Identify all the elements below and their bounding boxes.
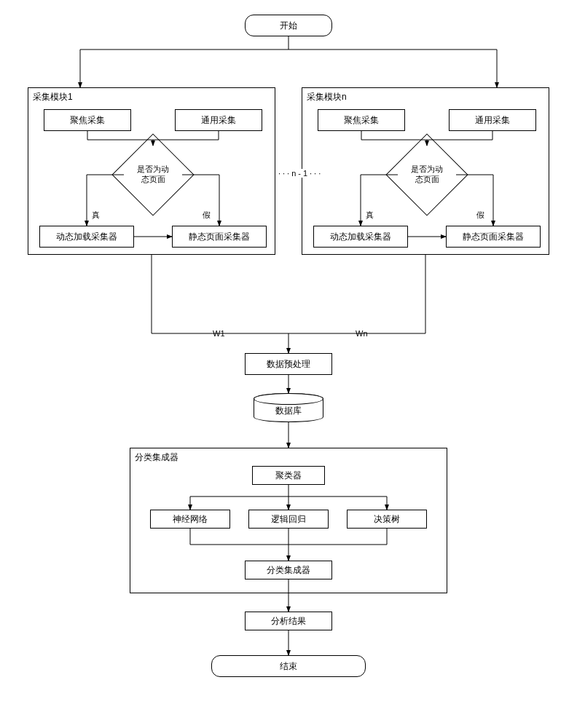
wn-label: Wn (356, 329, 368, 338)
cluster-node: 聚类器 (252, 466, 325, 485)
lr-node: 逻辑回归 (248, 510, 329, 529)
false-label-1: 假 (203, 210, 211, 221)
dynamic-decision-n-label: 是否为动态页面 (394, 164, 460, 184)
dynamic-decision-1-label: 是否为动态页面 (120, 164, 186, 184)
static-collector-n: 静态页面采集器 (446, 226, 541, 248)
database-node: 数据库 (254, 393, 323, 422)
general-collect-n: 通用采集 (449, 109, 536, 131)
dynamic-loader-1: 动态加载采集器 (39, 226, 134, 248)
flowchart-canvas: 开始 采集模块1 聚焦采集 通用采集 是否为动态页面 动态加载采集器 静态页面采… (0, 0, 577, 728)
false-label-n: 假 (476, 210, 484, 221)
true-label-1: 真 (92, 210, 100, 221)
modulen-label: 采集模块n (307, 91, 347, 103)
classifier-box-label: 分类集成器 (135, 451, 178, 464)
w1-label: W1 (213, 329, 225, 338)
database-label: 数据库 (275, 405, 302, 417)
nn-node: 神经网络 (150, 510, 230, 529)
dynamic-loader-n: 动态加载采集器 (313, 226, 408, 248)
true-label-n: 真 (366, 210, 374, 221)
ensemble-node: 分类集成器 (245, 561, 332, 579)
general-collect-1: 通用采集 (175, 109, 262, 131)
module1-label: 采集模块1 (33, 91, 73, 103)
dt-node: 决策树 (347, 510, 427, 529)
focus-collect-1: 聚焦采集 (44, 109, 131, 131)
static-collector-1: 静态页面采集器 (172, 226, 267, 248)
preprocess-node: 数据预处理 (245, 353, 332, 375)
start-node: 开始 (245, 15, 332, 36)
result-node: 分析结果 (245, 612, 332, 630)
ellipsis-n-minus-1: ···n-1··· (278, 169, 323, 178)
focus-collect-n: 聚焦采集 (318, 109, 405, 131)
end-node: 结束 (211, 655, 366, 677)
